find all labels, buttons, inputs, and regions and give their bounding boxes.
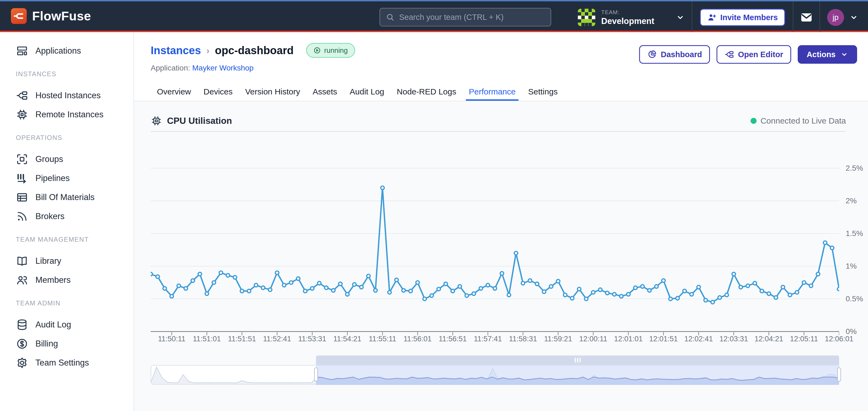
notifications-button[interactable] bbox=[793, 1, 819, 33]
book-open-icon bbox=[16, 255, 28, 267]
chevron-down-icon bbox=[676, 13, 685, 22]
sidebar-item-label: Billing bbox=[35, 339, 58, 349]
brush-selection[interactable] bbox=[316, 355, 839, 385]
team-name: Development bbox=[601, 16, 670, 26]
dashboard-button[interactable]: Dashboard bbox=[639, 45, 710, 64]
sidebar-item-label: Remote Instances bbox=[35, 110, 103, 119]
cpu-line-chart[interactable] bbox=[151, 133, 839, 337]
application-link[interactable]: Mayker Workshop bbox=[192, 64, 254, 72]
sidebar-item-label: Audit Log bbox=[35, 320, 71, 330]
flow-branch-icon bbox=[16, 89, 28, 102]
sidebar-item-bill-of-materials[interactable]: Bill Of Materials bbox=[0, 188, 133, 207]
tab-devices[interactable]: Devices bbox=[197, 83, 239, 101]
sidebar-item-label: Pipelines bbox=[35, 173, 70, 183]
live-status: Connected to Live Data bbox=[751, 116, 846, 126]
sidebar-item-applications[interactable]: Applications bbox=[0, 41, 133, 61]
sidebar-item-label: Brokers bbox=[35, 211, 65, 221]
dollar-circle-icon bbox=[16, 338, 28, 350]
tab-audit-log[interactable]: Audit Log bbox=[344, 83, 391, 101]
search-input[interactable] bbox=[399, 13, 545, 22]
application-label: Application: bbox=[151, 64, 190, 72]
tab-performance[interactable]: Performance bbox=[463, 83, 522, 101]
tab-node-red-logs[interactable]: Node-RED Logs bbox=[391, 83, 462, 101]
chart-title-label: CPU Utilisation bbox=[167, 116, 232, 126]
y-tick-label: 1.5% bbox=[846, 229, 863, 238]
brush-selection-window[interactable] bbox=[316, 365, 839, 385]
user-menu[interactable]: jp bbox=[820, 1, 862, 33]
sidebar-item-groups[interactable]: Groups bbox=[0, 150, 133, 169]
chip-icon bbox=[16, 108, 28, 121]
sidebar-item-members[interactable]: Members bbox=[0, 271, 133, 289]
breadcrumb-separator-icon: › bbox=[207, 45, 210, 56]
sidebar-item-team-settings[interactable]: Team Settings bbox=[0, 353, 133, 372]
y-tick-label: 2.5% bbox=[846, 163, 863, 173]
sidebar-item-audit-log[interactable]: Audit Log bbox=[0, 315, 133, 334]
play-circle-icon bbox=[313, 46, 321, 54]
team-search[interactable] bbox=[379, 8, 551, 26]
page-head: Instances › opc-dashboard running Applic… bbox=[151, 43, 355, 72]
pipelines-icon bbox=[16, 172, 28, 184]
chart-title: CPU Utilisation bbox=[151, 115, 232, 127]
sidebar-item-label: Hosted Instances bbox=[35, 91, 101, 100]
sidebar-section-operations: OPERATIONS bbox=[0, 131, 133, 145]
sidebar-item-billing[interactable]: Billing bbox=[0, 334, 133, 353]
live-status-label: Connected to Live Data bbox=[761, 116, 846, 126]
team-texts: TEAM: Development bbox=[601, 9, 670, 26]
sidebar-item-label: Applications bbox=[35, 46, 81, 56]
sidebar-item-brokers[interactable]: Brokers bbox=[0, 207, 133, 226]
person-add-icon bbox=[707, 13, 716, 22]
mail-icon bbox=[800, 11, 813, 24]
brush-left-handle[interactable] bbox=[314, 368, 318, 382]
chart-divider bbox=[151, 131, 846, 132]
brush-drag-handle[interactable] bbox=[316, 355, 839, 365]
invite-members-label: Invite Members bbox=[720, 13, 778, 22]
top-navigation-bar: FlowFuse bbox=[0, 0, 868, 32]
flowfuse-logo-icon bbox=[11, 8, 27, 24]
database-icon bbox=[16, 318, 28, 331]
breadcrumb-instances-link[interactable]: Instances bbox=[151, 44, 201, 57]
sidebar-item-label: Members bbox=[35, 275, 70, 285]
team-label: TEAM: bbox=[601, 9, 670, 15]
brand[interactable]: FlowFuse bbox=[11, 8, 91, 24]
y-tick-label: 0% bbox=[846, 327, 857, 336]
sidebar-item-label: Bill Of Materials bbox=[35, 193, 95, 202]
table-icon bbox=[16, 191, 28, 204]
chevron-down-icon bbox=[849, 13, 858, 22]
sidebar-item-hosted-instances[interactable]: Hosted Instances bbox=[0, 86, 133, 105]
instance-action-buttons: Dashboard Open Editor Actions bbox=[639, 45, 857, 64]
users-icon bbox=[16, 274, 28, 286]
status-label: running bbox=[324, 46, 348, 55]
brush-right-handle[interactable] bbox=[837, 368, 841, 382]
status-badge: running bbox=[306, 43, 355, 58]
sidebar-item-library[interactable]: Library bbox=[0, 251, 133, 271]
invite-members-button[interactable]: Invite Members bbox=[700, 9, 785, 26]
sidebar-item-remote-instances[interactable]: Remote Instances bbox=[0, 105, 133, 124]
sidebar: Applications INSTANCES Hosted Instances … bbox=[0, 32, 134, 411]
y-tick-label: 0.5% bbox=[846, 294, 863, 304]
actions-button[interactable]: Actions bbox=[798, 45, 857, 64]
tab-assets[interactable]: Assets bbox=[306, 83, 343, 101]
sidebar-item-pipelines[interactable]: Pipelines bbox=[0, 169, 133, 188]
applications-icon bbox=[16, 45, 28, 57]
instance-tabs: Overview Devices Version History Assets … bbox=[151, 83, 564, 101]
team-selector[interactable]: TEAM: Development bbox=[568, 1, 692, 33]
avatar: jp bbox=[827, 9, 844, 26]
header-right-cluster: TEAM: Development Invite Members bbox=[568, 1, 862, 33]
open-editor-button[interactable]: Open Editor bbox=[716, 45, 791, 64]
open-editor-label: Open Editor bbox=[738, 50, 783, 59]
tab-settings[interactable]: Settings bbox=[522, 83, 564, 101]
sidebar-item-label: Team Settings bbox=[35, 358, 89, 368]
chart-pie-icon bbox=[647, 49, 657, 59]
tab-version-history[interactable]: Version History bbox=[239, 83, 307, 101]
y-tick-label: 1% bbox=[846, 261, 857, 271]
flow-branch-icon bbox=[724, 49, 734, 59]
tab-overview[interactable]: Overview bbox=[151, 83, 197, 101]
sidebar-section-team-management: TEAM MANAGEMENT bbox=[0, 233, 133, 247]
search-icon bbox=[385, 12, 395, 22]
page-title: opc-dashboard bbox=[215, 44, 294, 57]
brand-name: FlowFuse bbox=[32, 9, 91, 24]
tabs-divider bbox=[134, 101, 868, 101]
cpu-chip-icon bbox=[151, 115, 162, 127]
sidebar-item-label: Groups bbox=[35, 154, 63, 164]
chevron-down-icon bbox=[840, 50, 848, 58]
